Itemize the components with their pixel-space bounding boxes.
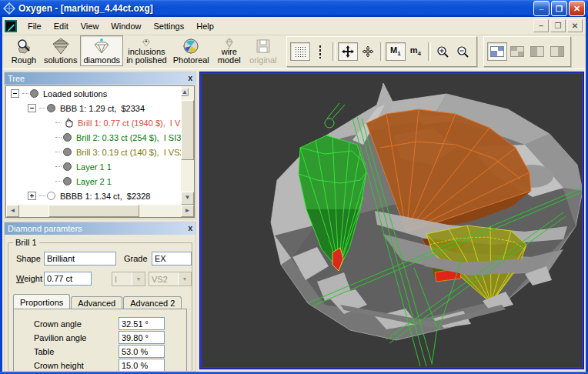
menu-edit[interactable]: Edit (48, 19, 75, 33)
layout-4-button[interactable] (547, 42, 567, 61)
pavilion-angle-field[interactable] (119, 331, 165, 344)
layout-3-button[interactable] (527, 42, 547, 61)
mdi-minimize-button[interactable] (533, 19, 549, 32)
menu-view[interactable]: View (75, 19, 105, 33)
diamonds-button[interactable]: diamonds (80, 35, 123, 66)
scrollbar-thumb[interactable] (181, 100, 194, 160)
dotted-column-icon (319, 45, 322, 58)
scroll-left-icon[interactable] (6, 205, 19, 217)
proportions-tab-panel: Crown angle Pavilion angle Table Crown h… (13, 309, 187, 372)
params-panel-header[interactable]: Diamond paramters x (5, 222, 195, 235)
collapse-icon[interactable] (28, 104, 36, 112)
inclusions-in-polished-button[interactable]: inclusions in polished (123, 35, 170, 66)
mdi-restore-button[interactable] (550, 19, 566, 32)
m4-button[interactable]: m4 (406, 42, 426, 61)
crown-height-field[interactable] (119, 359, 165, 372)
grid-button[interactable] (290, 42, 310, 61)
solutions-icon (52, 38, 70, 55)
tree-vertical-scrollbar[interactable] (181, 86, 194, 205)
weight-field[interactable] (44, 272, 92, 286)
3d-viewport[interactable] (199, 72, 584, 369)
tree-bullet-icon (63, 133, 72, 142)
scroll-right-icon[interactable] (181, 205, 194, 217)
layout-toolbar (483, 36, 571, 67)
layout-2-button[interactable] (507, 42, 527, 61)
window-title: Oxygen - [marking_4.44ct.oxg] (18, 3, 153, 14)
params-panel-title: Diamond paramters (8, 224, 82, 233)
tree-item-brill2[interactable]: Brill 2: 0.33 ct (254 $), I SI3 (6, 130, 181, 145)
tree-item-layer1[interactable]: Layer 1 1 (6, 159, 181, 174)
m1-button[interactable]: M1 (386, 42, 406, 61)
rough-button[interactable]: Rough (7, 35, 41, 66)
wire-model-button[interactable]: wire model (212, 35, 246, 66)
tree-horizontal-scrollbar[interactable] (6, 205, 194, 217)
tree-bullet-icon (30, 89, 38, 98)
tree-bullet-icon (63, 148, 72, 156)
3d-scene[interactable] (202, 74, 583, 369)
tree-item-bbbb1[interactable]: BBBB 1: 1.34 ct, $2328 (6, 189, 181, 203)
scroll-down-icon[interactable] (181, 192, 194, 205)
rough-icon (14, 38, 34, 55)
rough-label: Rough (12, 56, 36, 65)
solutions-button[interactable]: solutions (41, 35, 80, 66)
minimize-button[interactable] (533, 1, 550, 16)
brill-group: Brill 1 Shape Grade Weight I VS2 Proport… (8, 242, 192, 371)
tree-item-brill3[interactable]: Brill 3: 0.19 ct (140 $), I VS2 (6, 145, 181, 159)
layout-1-button[interactable] (487, 42, 507, 61)
pan-arrows-icon (342, 45, 354, 58)
tree-item-label: Loaded solutions (43, 89, 107, 99)
3d-viewport-inner[interactable] (200, 72, 583, 369)
crown-angle-field[interactable] (119, 317, 165, 330)
tab-advanced2[interactable]: Advanced 2 (123, 296, 182, 309)
tree-bullet-icon (63, 177, 72, 185)
zoom-in-icon (436, 45, 449, 58)
mdi-close-button[interactable] (567, 19, 583, 32)
dotted-column-button[interactable] (310, 42, 330, 61)
document-icon[interactable] (5, 20, 17, 32)
tree-panel-header[interactable]: Tree x (5, 72, 195, 85)
collapse-icon[interactable] (11, 89, 19, 98)
tree-item-brill1[interactable]: Brill 1: 0.77 ct (1940 $), I VS2 (6, 115, 181, 130)
tree-item-loaded-solutions[interactable]: Loaded solutions (6, 86, 181, 101)
scroll-up-icon[interactable] (181, 88, 189, 96)
maximize-button[interactable] (551, 1, 567, 16)
crown-angle-label: Crown angle (34, 319, 82, 329)
original-button: original (246, 35, 280, 66)
photoreal-button[interactable]: Photoreal (170, 35, 212, 66)
grade-field[interactable] (152, 252, 192, 265)
shape-field[interactable] (44, 252, 116, 265)
params-tabs: Proportions Advanced Advanced 2 (13, 294, 187, 309)
tree-item-layer2[interactable]: Layer 2 1 (6, 174, 181, 189)
view-toolbar: M1 m4 (286, 36, 477, 67)
solutions-label: solutions (44, 56, 77, 65)
tree-item-label: Layer 1 1 (76, 162, 112, 172)
color-select-value: I (112, 275, 132, 284)
clarity-select-value: VS2 (149, 275, 178, 284)
tree-panel-close-icon[interactable]: x (188, 75, 192, 82)
table-field[interactable] (119, 345, 165, 358)
tab-advanced[interactable]: Advanced (71, 296, 122, 309)
menu-window[interactable]: Window (105, 19, 147, 33)
menu-bar: File Edit View Window Settings Help (2, 17, 586, 35)
zoom-out-icon (456, 45, 469, 58)
pan-alt-button[interactable] (358, 42, 378, 61)
tab-proportions[interactable]: Proportions (13, 294, 70, 309)
zoom-in-button[interactable] (433, 42, 453, 61)
tree-item-label: BBB 1: 1.29 ct, $2334 (60, 104, 145, 113)
toolbar-separator (380, 42, 383, 61)
color-select: I (112, 272, 145, 286)
params-panel-close-icon[interactable]: x (188, 225, 192, 232)
menu-help[interactable]: Help (190, 19, 220, 33)
title-bar[interactable]: Oxygen - [marking_4.44ct.oxg] (0, 0, 588, 17)
tree-item-bbb1[interactable]: BBB 1: 1.29 ct, $2334 (6, 101, 181, 115)
menu-settings[interactable]: Settings (147, 19, 190, 33)
zoom-out-button[interactable] (453, 42, 473, 61)
pan-button[interactable] (338, 42, 358, 61)
clarity-select: VS2 (149, 272, 192, 286)
expand-icon[interactable] (28, 192, 36, 200)
close-button[interactable] (569, 1, 585, 16)
tree-item-label: Brill 2: 0.33 ct (254 $), I SI3 (76, 133, 181, 142)
menu-file[interactable]: File (22, 19, 48, 33)
scrollbar-thumb[interactable] (48, 205, 139, 217)
toolbar: Rough solutions diamonds (2, 35, 586, 69)
